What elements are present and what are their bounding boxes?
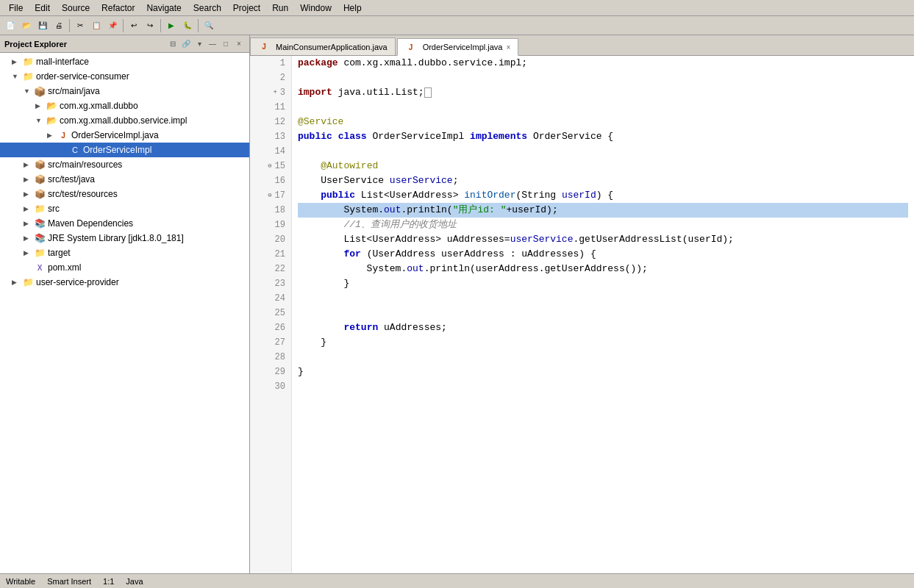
- ln-17: ⊖17: [256, 188, 285, 203]
- tree-item-src-main-java[interactable]: ▼ 📦 src/main/java: [0, 84, 249, 98]
- arrow-target: ▶: [24, 249, 34, 257]
- label-src-test-resources: src/test/resources: [48, 189, 118, 199]
- arrow-service-impl-package: ▼: [35, 117, 46, 124]
- ln-14: 14: [256, 144, 285, 159]
- tree-item-maven-deps[interactable]: ▶ 📚 Maven Dependencies: [0, 216, 249, 231]
- tree-item-pom-xml[interactable]: X pom.xml: [0, 260, 249, 275]
- arrow-user-service-provider: ▶: [12, 279, 22, 286]
- tree-item-mall-interface[interactable]: ▶ 📁 mall-interface: [0, 54, 249, 69]
- menu-file[interactable]: File: [3, 1, 29, 15]
- tree-item-jre[interactable]: ▶ 📚 JRE System Library [jdk1.8.0_181]: [0, 231, 249, 245]
- tree-item-order-service-consumer[interactable]: ▼ 📁 order-service-consumer: [0, 69, 249, 84]
- tree-item-OrderServiceImpl-java[interactable]: ▶ J OrderServiceImpl.java: [0, 128, 249, 143]
- menu-window[interactable]: Window: [294, 1, 338, 15]
- tab-order-service-impl[interactable]: J OrderServiceImpl.java ×: [397, 38, 519, 56]
- explorer-link[interactable]: 🔗: [180, 38, 192, 50]
- explorer-collapse[interactable]: ⊟: [167, 38, 179, 50]
- tree-item-service-impl-package[interactable]: ▼ 📂 com.xg.xmall.dubbo.service.impl: [0, 113, 249, 128]
- icon-src-test-java: 📦: [34, 173, 46, 185]
- line-numbers: 1 2 +3 11 12 13 14 ⊖15 16 ⊖17 18 19 20 2…: [250, 56, 292, 573]
- arrow-mall-interface: ▶: [12, 58, 22, 65]
- toolbar-copy[interactable]: 📋: [89, 18, 104, 33]
- explorer-menu[interactable]: ▾: [193, 38, 205, 50]
- sep1: [69, 19, 70, 32]
- code-editor[interactable]: 1 2 +3 11 12 13 14 ⊖15 16 ⊖17 18 19 20 2…: [250, 56, 914, 573]
- menu-run[interactable]: Run: [266, 1, 294, 15]
- status-lang: Java: [126, 577, 143, 586]
- code-line-11: [298, 100, 908, 115]
- code-line-1: package com.xg.xmall.dubbo.service.impl;: [298, 56, 908, 71]
- toolbar-cut[interactable]: ✂: [73, 18, 88, 33]
- ln-1: 1: [256, 56, 285, 71]
- code-line-20: List<UserAddress> uAddresses=userService…: [298, 232, 908, 247]
- ln-16: 16: [256, 173, 285, 188]
- tree-item-src-test-resources[interactable]: ▶ 📦 src/test/resources: [0, 187, 249, 201]
- sep4: [198, 19, 199, 32]
- explorer-min[interactable]: —: [207, 38, 218, 50]
- ln-11: 11: [256, 100, 285, 115]
- toolbar-undo[interactable]: ↩: [126, 18, 141, 33]
- code-line-2: [298, 71, 908, 85]
- icon-src-main-resources: 📦: [34, 159, 46, 171]
- tree-item-src-main-resources[interactable]: ▶ 📦 src/main/resources: [0, 157, 249, 172]
- explorer-close[interactable]: ×: [233, 38, 245, 50]
- label-com-xg-xmall-dubbo: com.xg.xmall.dubbo: [60, 101, 138, 111]
- label-target: target: [48, 248, 71, 258]
- explorer-max[interactable]: □: [220, 38, 232, 50]
- menu-help[interactable]: Help: [338, 1, 368, 15]
- menu-search[interactable]: Search: [188, 1, 227, 15]
- tab-close-order-service-impl[interactable]: ×: [506, 43, 510, 51]
- icon-OrderServiceImpl-class: C: [69, 144, 81, 156]
- toolbar-print[interactable]: 🖨: [51, 18, 66, 33]
- toolbar-paste[interactable]: 📌: [105, 18, 120, 33]
- label-src-main-resources: src/main/resources: [48, 159, 122, 170]
- sep3: [160, 19, 161, 32]
- tree-item-src[interactable]: ▶ 📁 src: [0, 201, 249, 216]
- menu-edit[interactable]: Edit: [29, 1, 56, 15]
- tab-icon-main-consumer: J: [258, 41, 270, 53]
- menu-source[interactable]: Source: [56, 1, 96, 15]
- tree-item-OrderServiceImpl-class[interactable]: C OrderServiceImpl: [0, 143, 249, 157]
- tab-main-consumer[interactable]: J MainConsumerApplication.java: [250, 37, 396, 55]
- menu-bar: File Edit Source Refactor Navigate Searc…: [0, 0, 914, 16]
- code-line-13: public class OrderServiceImpl implements…: [298, 129, 908, 144]
- tree-item-src-test-java[interactable]: ▶ 📦 src/test/java: [0, 172, 249, 187]
- code-line-30: [298, 379, 908, 394]
- code-line-29: }: [298, 365, 908, 379]
- toolbar-redo[interactable]: ↪: [143, 18, 157, 33]
- menu-refactor[interactable]: Refactor: [96, 1, 140, 15]
- ln-18: 18: [256, 203, 285, 218]
- code-content[interactable]: package com.xg.xmall.dubbo.service.impl;…: [292, 56, 914, 573]
- project-explorer: Project Explorer ⊟ 🔗 ▾ — □ × ▶ 📁 mall-in…: [0, 35, 250, 573]
- label-OrderServiceImpl-class: OrderServiceImpl: [83, 145, 151, 155]
- icon-jre: 📚: [34, 232, 46, 244]
- tab-label-order-service-impl: OrderServiceImpl.java: [423, 43, 503, 51]
- ln-15: ⊖15: [256, 159, 285, 173]
- menu-navigate[interactable]: Navigate: [140, 1, 187, 15]
- toolbar-new[interactable]: 📄: [3, 18, 18, 33]
- tree-item-target[interactable]: ▶ 📁 target: [0, 245, 249, 260]
- menu-project[interactable]: Project: [227, 1, 266, 15]
- ln-19: 19: [256, 218, 285, 232]
- tab-label-main-consumer: MainConsumerApplication.java: [276, 43, 388, 51]
- tab-icon-order-service-impl: J: [405, 41, 417, 53]
- toolbar-open[interactable]: 📂: [19, 18, 34, 33]
- code-line-15: @Autowired: [298, 159, 908, 173]
- icon-service-impl-package: 📂: [46, 115, 57, 126]
- ln-23: 23: [256, 276, 285, 291]
- arrow-src: ▶: [24, 205, 34, 212]
- arrow-src-main-java: ▼: [24, 87, 34, 95]
- code-line-21: for (UserAddress userAddress : uAddresse…: [298, 247, 908, 262]
- tree-item-user-service-provider[interactable]: ▶ 📁 user-service-provider: [0, 275, 249, 290]
- ln-26: 26: [256, 320, 285, 335]
- toolbar-debug[interactable]: 🐛: [180, 18, 195, 33]
- icon-target: 📁: [34, 247, 46, 259]
- editor-area: J MainConsumerApplication.java J OrderSe…: [250, 35, 914, 573]
- code-line-23: }: [298, 276, 908, 291]
- toolbar-run[interactable]: ▶: [164, 18, 179, 33]
- code-line-19: //1、查询用户的收货地址: [298, 218, 908, 232]
- tree-item-com-xg-xmall-dubbo[interactable]: ▶ 📂 com.xg.xmall.dubbo: [0, 98, 249, 113]
- status-position: 1:1: [103, 577, 114, 586]
- toolbar-search[interactable]: 🔍: [201, 18, 216, 33]
- toolbar-save[interactable]: 💾: [35, 18, 50, 33]
